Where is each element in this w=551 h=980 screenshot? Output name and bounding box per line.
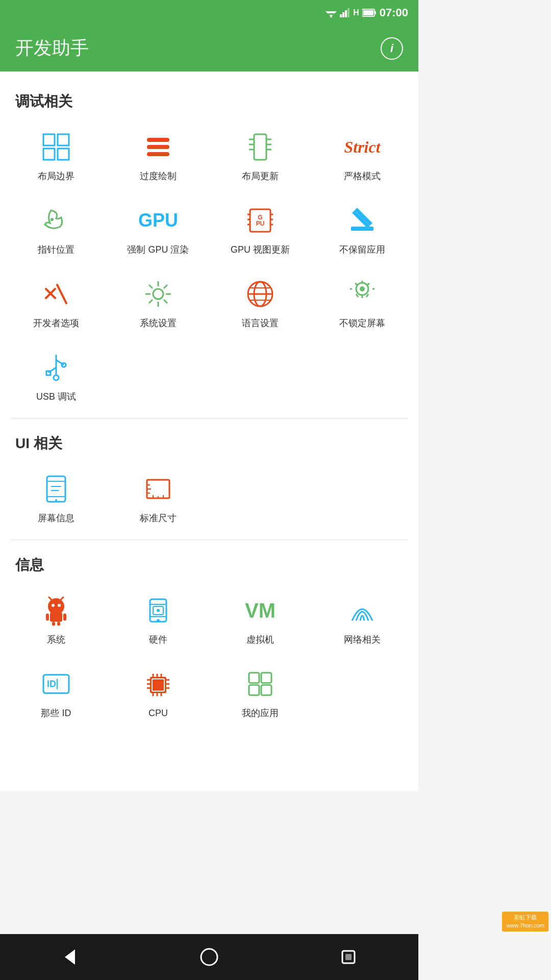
gpu-view-label: GPU 视图更新 <box>231 243 290 256</box>
no-lock-icon <box>344 276 380 312</box>
screen-info-icon <box>38 471 74 507</box>
svg-point-41 <box>153 289 163 299</box>
layout-border-item[interactable]: 布局边界 <box>5 119 107 192</box>
no-keep-item[interactable]: 不保留应用 <box>311 192 413 266</box>
gpu-render-item[interactable]: GPU 强制 GPU 渲染 <box>107 192 209 266</box>
standard-size-label: 标准尺寸 <box>140 512 177 524</box>
svg-rect-9 <box>374 11 376 14</box>
layout-border-label: 布局边界 <box>38 170 74 182</box>
svg-rect-117 <box>249 673 259 683</box>
divider-1 <box>10 418 408 419</box>
pointer-label: 指针位置 <box>38 243 74 256</box>
no-keep-label: 不保留应用 <box>339 243 385 256</box>
cpu-label: CPU <box>148 708 168 719</box>
svg-line-63 <box>366 294 368 297</box>
vm-icon: VM <box>242 593 278 628</box>
my-apps-icon <box>242 666 278 702</box>
svg-rect-71 <box>47 476 65 502</box>
gpu-view-item[interactable]: G PU GPU 视图更新 <box>209 192 311 266</box>
svg-rect-13 <box>43 149 55 160</box>
network-icon <box>344 593 380 628</box>
wifi-icon <box>325 8 337 17</box>
network-type: H <box>353 8 359 17</box>
svg-line-46 <box>149 285 153 288</box>
info-button[interactable]: i <box>381 37 403 60</box>
svg-line-48 <box>164 285 167 288</box>
svg-point-74 <box>55 499 57 501</box>
language-label: 语言设置 <box>242 317 279 329</box>
system-icon <box>38 593 74 628</box>
home-button[interactable] <box>184 942 235 972</box>
those-id-label: 那些 ID <box>41 707 71 719</box>
status-bar: H 07:00 <box>0 0 418 26</box>
usb-icon <box>38 350 74 385</box>
those-id-item[interactable]: ID 那些 ID <box>5 656 107 729</box>
those-id-icon: ID <box>38 666 74 702</box>
svg-rect-88 <box>46 614 49 621</box>
svg-rect-37 <box>351 227 373 231</box>
layout-update-item[interactable]: 布局更新 <box>209 119 311 192</box>
svg-rect-69 <box>46 371 51 375</box>
layout-update-icon <box>242 129 278 165</box>
network-item[interactable]: 网络相关 <box>311 582 413 656</box>
svg-rect-87 <box>50 612 62 622</box>
section-info-title: 信息 <box>0 545 418 582</box>
svg-rect-90 <box>52 622 55 626</box>
svg-rect-6 <box>345 10 347 17</box>
layout-border-icon <box>38 129 74 165</box>
svg-line-92 <box>49 597 52 600</box>
system-item[interactable]: 系统 <box>5 582 107 656</box>
svg-text:ID: ID <box>47 679 56 689</box>
svg-rect-11 <box>43 134 55 145</box>
ui-grid: 屏幕信息 标准尺寸 <box>0 461 418 534</box>
gpu-render-icon: GPU <box>140 203 176 238</box>
strict-mode-label: 严格模式 <box>344 170 381 182</box>
dev-options-item[interactable]: 开发者选项 <box>5 266 107 339</box>
vm-label: 虚拟机 <box>246 633 274 646</box>
debug-grid-row2: USB 调试 <box>0 339 418 413</box>
back-button[interactable] <box>44 942 95 972</box>
section-ui-title: UI 相关 <box>0 424 418 461</box>
svg-line-62 <box>356 294 358 297</box>
dev-options-icon <box>38 276 74 312</box>
recent-button[interactable] <box>323 942 374 972</box>
section-ui: UI 相关 屏幕信息 <box>0 424 418 534</box>
language-icon <box>242 276 278 312</box>
hardware-item[interactable]: 硬件 <box>107 582 209 656</box>
screen-info-item[interactable]: 屏幕信息 <box>5 461 107 534</box>
overdraw-item[interactable]: 过度绘制 <box>107 119 209 192</box>
svg-rect-118 <box>261 673 271 683</box>
no-keep-icon <box>344 203 380 238</box>
svg-rect-15 <box>147 138 169 142</box>
info-grid: 系统 硬件 VM <box>0 582 418 729</box>
my-apps-item[interactable]: 我的应用 <box>209 656 311 729</box>
system-settings-icon <box>140 276 176 312</box>
usb-debug-item[interactable]: USB 调试 <box>5 339 107 413</box>
svg-rect-12 <box>58 134 69 145</box>
standard-size-icon <box>140 471 176 507</box>
hardware-label: 硬件 <box>149 633 167 646</box>
svg-rect-16 <box>147 145 169 149</box>
svg-point-86 <box>58 604 61 607</box>
signal-icon <box>340 8 350 17</box>
svg-rect-89 <box>63 614 66 621</box>
system-settings-item[interactable]: 系统设置 <box>107 266 209 339</box>
app-header: 开发助手 i <box>0 26 418 71</box>
no-lock-item[interactable]: 不锁定屏幕 <box>311 266 413 339</box>
svg-point-98 <box>157 609 160 612</box>
cpu-item[interactable]: CPU <box>107 656 209 729</box>
pointer-item[interactable]: 指针位置 <box>5 192 107 266</box>
svg-rect-4 <box>340 14 342 17</box>
system-label: 系统 <box>47 633 65 646</box>
language-item[interactable]: 语言设置 <box>209 266 311 339</box>
svg-point-25 <box>51 218 54 221</box>
pointer-icon <box>38 203 74 238</box>
svg-point-99 <box>157 619 160 622</box>
status-icons: H 07:00 <box>325 6 408 19</box>
standard-size-item[interactable]: 标准尺寸 <box>107 461 209 534</box>
svg-rect-10 <box>363 10 373 15</box>
vm-item[interactable]: VM 虚拟机 <box>209 582 311 656</box>
svg-line-49 <box>149 300 153 303</box>
strict-mode-item[interactable]: Strict 严格模式 <box>311 119 413 192</box>
app-title: 开发助手 <box>15 36 89 61</box>
